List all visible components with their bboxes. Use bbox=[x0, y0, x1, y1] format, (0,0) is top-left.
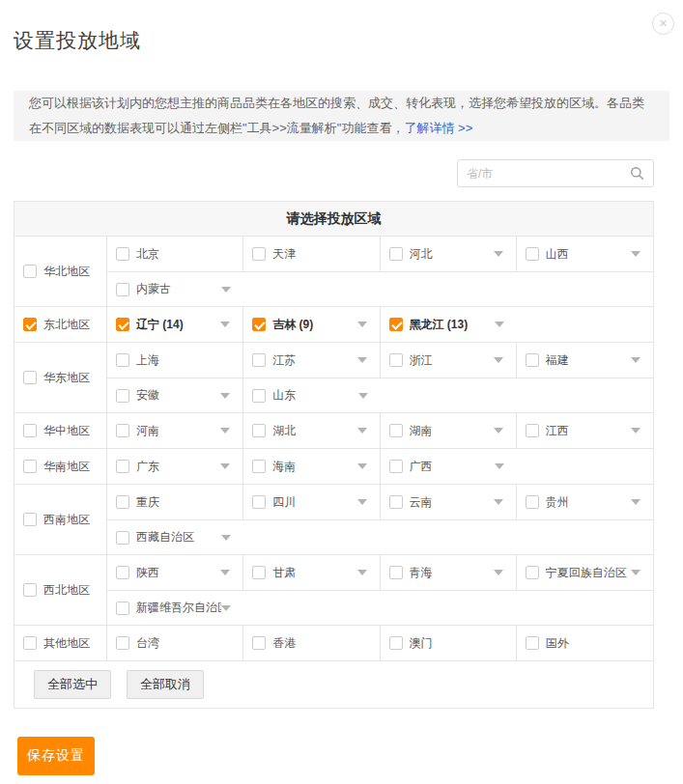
province-checkbox[interactable] bbox=[389, 247, 403, 261]
province-cell[interactable]: 澳门 bbox=[381, 626, 517, 660]
save-settings-button[interactable]: 保存设置 bbox=[17, 737, 95, 775]
province-checkbox[interactable] bbox=[116, 636, 129, 650]
province-checkbox[interactable] bbox=[116, 602, 129, 615]
chevron-down-icon[interactable] bbox=[631, 251, 640, 257]
province-cell[interactable]: 广东 bbox=[107, 449, 243, 484]
province-checkbox[interactable] bbox=[116, 531, 129, 545]
select-all-button[interactable]: 全部选中 bbox=[34, 670, 111, 699]
province-cell[interactable]: 山西 bbox=[517, 237, 653, 271]
chevron-down-icon[interactable] bbox=[220, 428, 230, 434]
region-checkbox[interactable] bbox=[23, 371, 37, 384]
chevron-down-icon[interactable] bbox=[220, 393, 230, 399]
province-cell[interactable]: 新疆维吾尔自治区 bbox=[107, 591, 243, 625]
region-checkbox[interactable] bbox=[23, 424, 37, 437]
chevron-down-icon[interactable] bbox=[220, 322, 230, 327]
province-cell[interactable]: 安徽 bbox=[107, 378, 243, 412]
province-cell[interactable]: 贵州 bbox=[517, 485, 653, 519]
province-cell[interactable]: 四川 bbox=[243, 485, 380, 519]
chevron-down-icon[interactable] bbox=[631, 428, 640, 434]
province-checkbox[interactable] bbox=[252, 495, 266, 509]
chevron-down-icon[interactable] bbox=[357, 463, 367, 469]
cancel-all-button[interactable]: 全部取消 bbox=[127, 670, 204, 699]
region-checkbox[interactable] bbox=[23, 513, 37, 526]
chevron-down-icon[interactable] bbox=[357, 357, 367, 363]
province-cell[interactable]: 江苏 bbox=[243, 343, 380, 378]
province-checkbox[interactable] bbox=[252, 460, 266, 473]
chevron-down-icon[interactable] bbox=[494, 570, 503, 575]
province-checkbox[interactable] bbox=[252, 353, 266, 367]
province-cell[interactable]: 内蒙古 bbox=[107, 272, 243, 306]
region-checkbox[interactable] bbox=[23, 318, 37, 331]
province-cell[interactable]: 西藏自治区 bbox=[107, 520, 243, 554]
province-checkbox[interactable] bbox=[389, 353, 403, 367]
province-cell[interactable]: 海南 bbox=[243, 449, 380, 484]
province-cell[interactable]: 湖北 bbox=[243, 413, 380, 448]
province-cell[interactable]: 江西 bbox=[517, 413, 653, 448]
chevron-down-icon[interactable] bbox=[494, 428, 503, 434]
region-checkbox[interactable] bbox=[23, 460, 37, 473]
province-cell[interactable]: 天津 bbox=[243, 237, 380, 271]
province-cell[interactable]: 香港 bbox=[243, 626, 380, 660]
region-checkbox-cell[interactable]: 西南地区 bbox=[14, 485, 107, 554]
chevron-down-icon[interactable] bbox=[221, 605, 231, 611]
province-checkbox[interactable] bbox=[389, 636, 403, 650]
province-cell[interactable]: 陕西 bbox=[107, 555, 243, 590]
learn-more-link[interactable]: 了解详情 >> bbox=[404, 121, 472, 135]
chevron-down-icon[interactable] bbox=[221, 287, 231, 293]
magnifier-icon[interactable] bbox=[630, 166, 644, 181]
region-checkbox-cell[interactable]: 其他地区 bbox=[14, 626, 107, 660]
province-checkbox[interactable] bbox=[526, 247, 539, 261]
province-cell[interactable]: 浙江 bbox=[381, 343, 517, 378]
province-checkbox[interactable] bbox=[252, 247, 266, 261]
province-checkbox[interactable] bbox=[252, 566, 266, 579]
chevron-down-icon[interactable] bbox=[631, 357, 640, 363]
close-icon[interactable]: × bbox=[652, 13, 674, 35]
province-checkbox[interactable] bbox=[116, 389, 129, 403]
province-cell[interactable]: 青海 bbox=[381, 555, 517, 590]
province-checkbox[interactable] bbox=[389, 424, 403, 437]
province-checkbox[interactable] bbox=[526, 636, 539, 650]
province-cell[interactable]: 河北 bbox=[381, 237, 517, 271]
region-checkbox[interactable] bbox=[23, 583, 37, 597]
province-checkbox[interactable] bbox=[526, 424, 539, 437]
chevron-down-icon[interactable] bbox=[631, 570, 640, 575]
province-checkbox[interactable] bbox=[116, 283, 129, 296]
province-cell[interactable]: 重庆 bbox=[107, 485, 243, 519]
province-checkbox[interactable] bbox=[389, 318, 403, 331]
province-checkbox[interactable] bbox=[116, 566, 129, 579]
region-checkbox[interactable] bbox=[23, 265, 37, 278]
chevron-down-icon[interactable] bbox=[357, 570, 367, 575]
province-cell[interactable]: 上海 bbox=[107, 343, 243, 378]
province-checkbox[interactable] bbox=[116, 353, 129, 367]
chevron-down-icon[interactable] bbox=[494, 251, 503, 257]
region-checkbox-cell[interactable]: 华南地区 bbox=[14, 449, 107, 484]
province-cell[interactable]: 福建 bbox=[517, 343, 653, 378]
province-cell[interactable]: 甘肃 bbox=[243, 555, 380, 590]
region-checkbox[interactable] bbox=[23, 636, 37, 650]
province-checkbox[interactable] bbox=[116, 424, 129, 437]
province-checkbox[interactable] bbox=[389, 495, 403, 509]
province-checkbox[interactable] bbox=[116, 460, 129, 473]
chevron-down-icon[interactable] bbox=[358, 393, 368, 399]
province-cell[interactable]: 北京 bbox=[107, 237, 243, 271]
province-cell[interactable]: 广西 bbox=[381, 449, 517, 484]
chevron-down-icon[interactable] bbox=[220, 570, 230, 575]
region-checkbox-cell[interactable]: 西北地区 bbox=[14, 555, 107, 625]
province-cell[interactable]: 宁夏回族自治区 bbox=[517, 555, 653, 590]
province-checkbox[interactable] bbox=[526, 495, 539, 509]
region-checkbox-cell[interactable]: 东北地区 bbox=[14, 307, 107, 342]
province-checkbox[interactable] bbox=[252, 389, 266, 403]
province-cell[interactable]: 辽宁 (14) bbox=[107, 307, 243, 342]
province-checkbox[interactable] bbox=[526, 566, 539, 579]
chevron-down-icon[interactable] bbox=[220, 463, 230, 469]
province-cell[interactable]: 山东 bbox=[243, 378, 380, 412]
chevron-down-icon[interactable] bbox=[631, 499, 640, 505]
chevron-down-icon[interactable] bbox=[494, 357, 503, 363]
province-checkbox[interactable] bbox=[389, 460, 403, 473]
province-checkbox[interactable] bbox=[116, 247, 129, 261]
province-cell[interactable]: 国外 bbox=[517, 626, 653, 660]
region-checkbox-cell[interactable]: 华北地区 bbox=[14, 237, 107, 306]
search-input[interactable] bbox=[467, 167, 630, 181]
province-cell[interactable]: 黑龙江 (13) bbox=[381, 307, 517, 342]
province-cell[interactable]: 台湾 bbox=[107, 626, 243, 660]
